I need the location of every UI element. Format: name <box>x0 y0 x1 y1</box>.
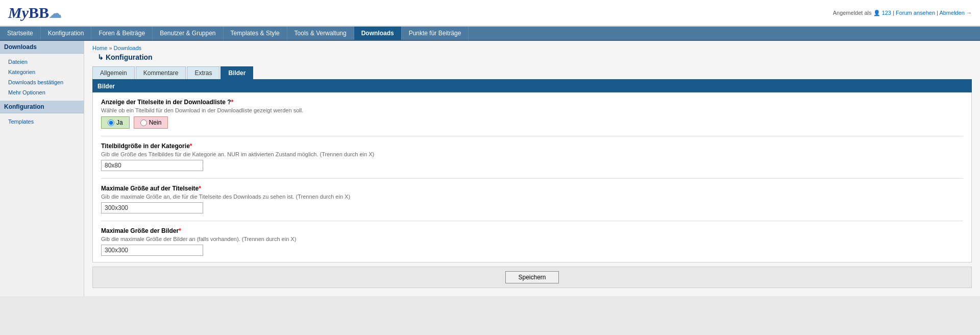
radio-nein[interactable]: Nein <box>134 116 168 129</box>
sidebar-item-dateien[interactable]: Dateien <box>0 57 84 67</box>
save-button[interactable]: Speichern <box>505 271 558 283</box>
tab-bilder[interactable]: Bilder <box>220 66 253 79</box>
field-max-groesse-titelseite: Maximale Größe auf der Titelseite* Gib d… <box>101 185 963 213</box>
logo-my: My <box>8 4 29 21</box>
breadcrumb-current: Konfiguration <box>106 53 153 61</box>
field-max-groesse-bilder-desc: Gib die maximale Größe der Bilder an (fa… <box>101 236 963 242</box>
field-max-groesse-titelseite-label: Maximale Größe auf der Titelseite* <box>101 185 963 192</box>
sidebar-item-templates[interactable]: Templates <box>0 116 84 127</box>
field-max-groesse-bilder: Maximale Größe der Bilder* Gib die maxim… <box>101 227 963 256</box>
required-marker-4: * <box>179 227 181 234</box>
form-section: Anzeige der Titelseite in der Downloadli… <box>92 92 972 262</box>
field-anzeige-desc: Wähle ob ein Titelbild für den Download … <box>101 107 963 113</box>
field-titelbildgroesse-label: Titelbildgröße in der Kategorie* <box>101 142 963 150</box>
sidebar: Downloads Dateien Kategorien Downloads b… <box>0 41 84 296</box>
field-titelbildgroesse: Titelbildgröße in der Kategorie* Gib die… <box>101 142 963 171</box>
field-anzeige: Anzeige der Titelseite in der Downloadli… <box>101 99 963 129</box>
header: MyBB☁ Angemeldet als 👤 123 | Forum anseh… <box>0 0 980 27</box>
nav-item-downloads[interactable]: Downloads <box>354 27 402 40</box>
breadcrumb-downloads[interactable]: Downloads <box>114 45 141 51</box>
angemeldet-label: Angemeldet als <box>833 10 872 16</box>
nav-item-tools---verwaltung[interactable]: Tools & Verwaltung <box>287 27 354 40</box>
input-max-groesse-titelseite[interactable] <box>101 202 203 213</box>
field-titelbildgroesse-desc: Gib die Größe des Titelbildes für die Ka… <box>101 151 963 157</box>
input-max-groesse-bilder[interactable] <box>101 245 203 256</box>
main-nav: StartseiteKonfigurationForen & BeiträgeB… <box>0 27 980 41</box>
required-marker-2: * <box>190 142 192 150</box>
radio-ja-input[interactable] <box>108 119 114 126</box>
field-max-groesse-titelseite-desc: Gib die maximale Größe an, die für die T… <box>101 194 963 200</box>
logo-cloud-icon: ☁ <box>49 7 61 20</box>
tabs: AllgemeinKommentareExtrasBilder <box>92 66 972 80</box>
user-icon: 👤 <box>873 10 880 16</box>
nav-item-benutzer---gruppen[interactable]: Benutzer & Gruppen <box>153 27 223 40</box>
sidebar-downloads-title: Downloads <box>0 41 84 54</box>
nav-item-templates---style[interactable]: Templates & Style <box>224 27 287 40</box>
logo-bb: BB <box>29 4 49 21</box>
logout-icon: → <box>966 10 972 16</box>
abmelden-link[interactable]: Abmelden <box>939 10 965 16</box>
breadcrumb-arrow: ↳ <box>97 53 104 61</box>
sidebar-item-downloads-bestaetigen[interactable]: Downloads bestätigen <box>0 77 84 87</box>
nav-item-startseite[interactable]: Startseite <box>0 27 41 40</box>
header-user-info: Angemeldet als 👤 123 | Forum ansehen | A… <box>833 10 972 16</box>
nav-item-konfiguration[interactable]: Konfiguration <box>41 27 92 40</box>
required-marker: * <box>231 99 234 106</box>
layout: Downloads Dateien Kategorien Downloads b… <box>0 41 980 296</box>
divider-2 <box>101 178 963 179</box>
logo: MyBB☁ <box>8 4 61 21</box>
username-link[interactable]: 123 <box>882 10 891 16</box>
field-anzeige-label: Anzeige der Titelseite in der Downloadli… <box>101 99 963 106</box>
tab-kommentare[interactable]: Kommentare <box>136 66 186 79</box>
sidebar-konfiguration-title: Konfiguration <box>0 101 84 113</box>
divider-1 <box>101 136 963 136</box>
sidebar-item-mehr-optionen[interactable]: Mehr Optionen <box>0 87 84 98</box>
breadcrumb: Home » Downloads <box>92 45 972 51</box>
input-titelbildgroesse[interactable] <box>101 160 203 171</box>
main-content: Home » Downloads ↳ Konfiguration Allgeme… <box>84 41 980 296</box>
page-title: ↳ Konfiguration <box>97 53 972 61</box>
bottom-bar: Speichern <box>92 267 972 288</box>
field-max-groesse-bilder-label: Maximale Größe der Bilder* <box>101 227 963 234</box>
tab-extras[interactable]: Extras <box>187 66 219 79</box>
radio-nein-input[interactable] <box>140 119 147 126</box>
nav-item-punkte-f-r-beitr-ge[interactable]: Punkte für Beiträge <box>402 27 469 40</box>
forum-ansehen-link[interactable]: Forum ansehen <box>896 10 935 16</box>
required-marker-3: * <box>199 185 201 192</box>
radio-ja[interactable]: Ja <box>101 116 130 129</box>
breadcrumb-home[interactable]: Home <box>92 45 107 51</box>
sidebar-item-kategorien[interactable]: Kategorien <box>0 67 84 77</box>
tab-allgemein[interactable]: Allgemein <box>92 66 135 79</box>
section-header: Bilder <box>92 80 972 92</box>
breadcrumb-sep1: » <box>109 45 112 51</box>
radio-group-anzeige: Ja Nein <box>101 116 963 129</box>
nav-item-foren---beitr-ge[interactable]: Foren & Beiträge <box>91 27 153 40</box>
divider-3 <box>101 221 963 221</box>
